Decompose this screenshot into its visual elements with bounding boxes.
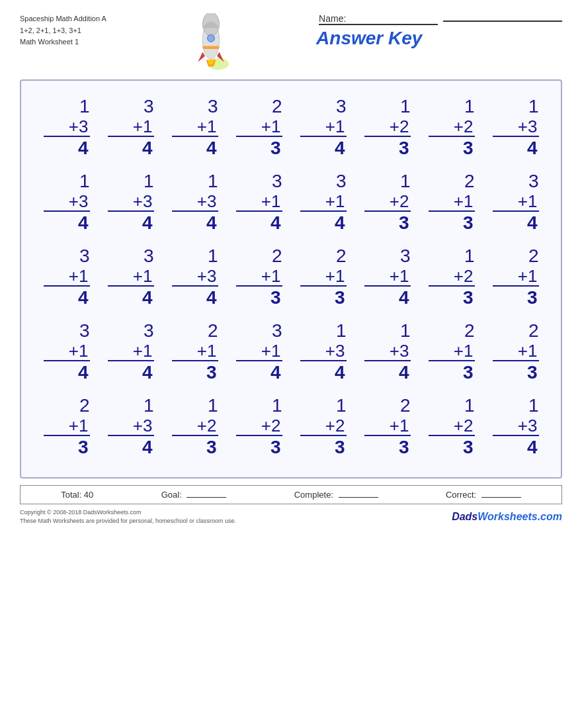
answer-r1-c4: 3 bbox=[236, 137, 282, 159]
addend-r1-c3: +1 bbox=[172, 117, 218, 138]
top-num-r4-c2: 3 bbox=[144, 321, 154, 341]
problems-row-1: 1+343+143+142+133+141+231+231+34 bbox=[34, 97, 548, 159]
problem-r4-c6: 1+34 bbox=[364, 321, 411, 384]
header: Spaceship Math Addition A 1+2, 2+1, 1+3,… bbox=[20, 13, 562, 73]
top-num-r5-c4: 1 bbox=[272, 396, 282, 416]
addend-r5-c3: +2 bbox=[172, 416, 218, 437]
problems-row-3: 3+143+141+342+132+133+141+232+13 bbox=[34, 246, 548, 309]
totals-bar: Total: 40 Goal: Complete: Correct: bbox=[20, 485, 562, 504]
top-num-r5-c5: 1 bbox=[336, 396, 347, 416]
addend-r3-c8: +1 bbox=[493, 267, 539, 287]
top-num-r2-c5: 3 bbox=[336, 171, 347, 192]
problem-r3-c1: 3+14 bbox=[44, 246, 90, 309]
name-field: Name: bbox=[316, 13, 562, 25]
addend-r2-c4: +1 bbox=[236, 192, 282, 212]
addend-r4-c4: +1 bbox=[236, 341, 282, 362]
top-num-r2-c1: 1 bbox=[79, 171, 90, 192]
answer-r5-c5: 3 bbox=[300, 436, 347, 459]
top-num-r2-c6: 1 bbox=[400, 171, 411, 192]
problem-r4-c8: 2+13 bbox=[493, 321, 539, 384]
worksheet-box: 1+343+143+142+133+141+231+231+341+341+34… bbox=[20, 79, 562, 478]
addend-r1-c1: +3 bbox=[44, 117, 90, 138]
problem-r1-c2: 3+14 bbox=[108, 97, 154, 159]
top-num-r4-c6: 1 bbox=[400, 321, 411, 341]
answer-r5-c1: 3 bbox=[44, 436, 90, 459]
problem-r2-c5: 3+14 bbox=[300, 171, 347, 234]
answer-key-label: Answer Key bbox=[316, 28, 422, 49]
complete-blank bbox=[339, 497, 378, 498]
answer-r4-c7: 3 bbox=[429, 361, 475, 384]
total-count: Total: 40 bbox=[61, 490, 93, 500]
problem-r1-c3: 3+14 bbox=[172, 97, 218, 159]
top-num-r1-c4: 2 bbox=[272, 97, 282, 117]
top-num-r1-c1: 1 bbox=[79, 97, 90, 117]
answer-r2-c7: 3 bbox=[429, 212, 475, 234]
problem-r1-c6: 1+23 bbox=[364, 97, 411, 159]
problem-r4-c1: 3+14 bbox=[44, 321, 90, 384]
problem-r5-c1: 2+13 bbox=[44, 396, 90, 459]
top-num-r1-c6: 1 bbox=[400, 97, 411, 117]
top-num-r1-c3: 3 bbox=[208, 97, 218, 117]
goal-field: Goal: bbox=[161, 490, 227, 500]
addend-r4-c8: +1 bbox=[493, 341, 539, 362]
top-num-r3-c8: 2 bbox=[528, 246, 539, 267]
addend-r3-c3: +3 bbox=[172, 267, 218, 287]
copyright-text: Copyright © 2008-2018 DadsWorksheets.com… bbox=[20, 508, 236, 526]
addend-r1-c7: +2 bbox=[429, 117, 475, 138]
answer-r2-c6: 3 bbox=[364, 212, 411, 234]
answer-r5-c3: 3 bbox=[172, 436, 218, 459]
top-num-r2-c7: 2 bbox=[464, 171, 475, 192]
top-num-r5-c2: 1 bbox=[144, 396, 154, 416]
answer-r1-c6: 3 bbox=[364, 137, 411, 159]
top-num-r2-c8: 3 bbox=[528, 171, 539, 192]
addend-r1-c6: +2 bbox=[364, 117, 411, 138]
svg-rect-4 bbox=[203, 46, 220, 50]
problem-r1-c7: 1+23 bbox=[429, 97, 475, 159]
svg-point-3 bbox=[208, 34, 215, 42]
answer-r1-c3: 4 bbox=[172, 137, 218, 159]
problem-r5-c5: 1+23 bbox=[300, 396, 347, 459]
answer-r4-c8: 3 bbox=[493, 361, 539, 384]
top-num-r3-c1: 3 bbox=[79, 246, 90, 267]
top-num-r3-c2: 3 bbox=[144, 246, 154, 267]
correct-blank bbox=[481, 497, 521, 498]
correct-field: Correct: bbox=[446, 490, 521, 500]
addend-r1-c4: +1 bbox=[236, 117, 282, 138]
answer-r1-c5: 4 bbox=[300, 137, 347, 159]
answer-r4-c6: 4 bbox=[364, 361, 411, 384]
problem-r5-c8: 1+34 bbox=[493, 396, 539, 459]
top-num-r4-c7: 2 bbox=[464, 321, 475, 341]
answer-r3-c8: 3 bbox=[493, 287, 539, 309]
answer-r4-c4: 4 bbox=[236, 361, 282, 384]
problem-r1-c8: 1+34 bbox=[493, 97, 539, 159]
addend-r2-c2: +3 bbox=[108, 192, 154, 212]
answer-r4-c5: 4 bbox=[300, 361, 347, 384]
answer-r3-c1: 4 bbox=[44, 287, 90, 309]
answer-r2-c5: 4 bbox=[300, 212, 347, 234]
problem-r2-c7: 2+13 bbox=[429, 171, 475, 234]
problem-r2-c2: 1+34 bbox=[108, 171, 154, 234]
addend-r5-c7: +2 bbox=[429, 416, 475, 437]
addend-r3-c5: +1 bbox=[300, 267, 347, 287]
copyright-line1: Copyright © 2008-2018 DadsWorksheets.com bbox=[20, 508, 236, 518]
complete-label: Complete: bbox=[294, 490, 333, 500]
addend-r2-c8: +1 bbox=[493, 192, 539, 212]
answer-r3-c7: 3 bbox=[429, 287, 475, 309]
brand-logo: DadsWorksheets.com bbox=[452, 511, 562, 523]
answer-r5-c4: 3 bbox=[236, 436, 282, 459]
answer-r3-c2: 4 bbox=[108, 287, 154, 309]
answer-r2-c3: 4 bbox=[172, 212, 218, 234]
top-num-r1-c2: 3 bbox=[144, 97, 154, 117]
problem-r3-c8: 2+13 bbox=[493, 246, 539, 309]
addend-r4-c1: +1 bbox=[44, 341, 90, 362]
problem-r2-c8: 3+14 bbox=[493, 171, 539, 234]
addend-r5-c6: +1 bbox=[364, 416, 411, 437]
top-num-r4-c3: 2 bbox=[208, 321, 218, 341]
top-num-r4-c5: 1 bbox=[336, 321, 347, 341]
copyright-line2: These Math Worksheets are provided for p… bbox=[20, 517, 236, 526]
top-num-r3-c5: 2 bbox=[336, 246, 347, 267]
brand-worksheets: Worksheets bbox=[478, 511, 537, 522]
answer-r1-c2: 4 bbox=[108, 137, 154, 159]
answer-r3-c3: 4 bbox=[172, 287, 218, 309]
problem-r1-c5: 3+14 bbox=[300, 97, 347, 159]
